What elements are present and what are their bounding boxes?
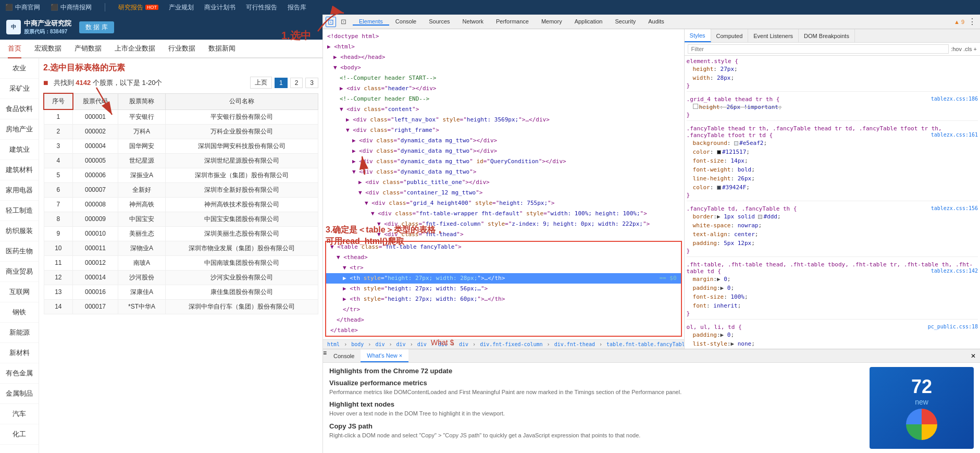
- cell-abbr[interactable]: *ST中华A: [118, 299, 165, 314]
- prop-liststyle[interactable]: list-style:▶ none;: [687, 339, 978, 348]
- cell-code[interactable]: 000009: [73, 212, 118, 226]
- more-menu-icon[interactable]: ⋮: [967, 17, 977, 27]
- selector-3[interactable]: .fancyTable thead tr th, .fancyTable the…: [687, 125, 942, 139]
- dom-line-dd1[interactable]: ▶ <div class="dynamic_data mg_ttwo"></di…: [323, 136, 684, 146]
- breadcrumb-fnt-fixed[interactable]: div.fnt-fixed-column: [480, 341, 542, 347]
- site-link-1[interactable]: ⬛ 中商官网: [5, 3, 40, 12]
- cell-abbr[interactable]: 世纪星源: [118, 153, 165, 168]
- cell-abbr[interactable]: 沙河股份: [118, 270, 165, 285]
- sidebar-item-8[interactable]: 纺织服装: [0, 221, 39, 241]
- sidebar-item-18[interactable]: 化工: [0, 424, 39, 445]
- prop-fontsize2[interactable]: font-size: 100%;: [687, 292, 978, 301]
- dom-line-tr-close[interactable]: </tr>: [326, 304, 681, 315]
- cell-code[interactable]: 000005: [73, 153, 118, 168]
- prop-height-2[interactable]: height: 26px !important;: [687, 103, 978, 112]
- tab-audits[interactable]: Audits: [642, 18, 671, 26]
- prop-bg[interactable]: background: #e5eaf2;: [687, 139, 978, 148]
- cursor-inspect-icon[interactable]: ⊡: [326, 17, 336, 27]
- cell-abbr[interactable]: 万科A: [118, 124, 165, 139]
- dom-line-doctype[interactable]: <!doctype html>: [323, 31, 684, 42]
- dom-line-head[interactable]: ▶ <head></head>: [323, 52, 684, 63]
- selector-4[interactable]: .fancyTable td, .fancyTable th {: [687, 205, 797, 212]
- prop-width[interactable]: width: 28px;: [687, 74, 978, 82]
- styles-tab-dom-breakpoints[interactable]: DOM Breakpoints: [799, 29, 855, 42]
- prop-color2[interactable]: color: #39424F;: [687, 183, 978, 192]
- cell-code[interactable]: 000008: [73, 197, 118, 212]
- dom-line-leftnav[interactable]: ▶ <div class="left_nav_box" style="heigh…: [323, 115, 684, 125]
- dom-line-th-selected[interactable]: ▶ <th style="height: 27px; width: 28px;"…: [326, 273, 681, 284]
- page-2-btn[interactable]: 2: [290, 78, 303, 88]
- prop-padding[interactable]: padding: 5px 12px;: [687, 239, 978, 248]
- nav-data-news[interactable]: 数据新闻: [208, 40, 235, 57]
- database-button[interactable]: 数 据 库: [79, 21, 114, 33]
- cell-abbr[interactable]: 国华网安: [118, 139, 165, 153]
- page-1-btn[interactable]: 1: [275, 78, 288, 88]
- tab-console[interactable]: Console: [389, 18, 423, 26]
- dom-line-rightframe[interactable]: ▼ <div class="right_frame">: [323, 125, 684, 136]
- prop-lineheight[interactable]: line-height: 26px;: [687, 174, 978, 183]
- page-3-btn[interactable]: 3: [305, 78, 318, 88]
- dom-line-fntwrapper[interactable]: ▼ <div class="fnt-table-wrapper fht-defa…: [323, 209, 684, 219]
- dom-line-comment2[interactable]: <!--Computer header END-->: [323, 94, 684, 104]
- responsive-icon[interactable]: ⊡: [338, 17, 349, 27]
- prop-whitespace[interactable]: white-space: nowrap;: [687, 221, 978, 230]
- selector-6[interactable]: ol, ul, li, td {: [687, 324, 742, 330]
- selector-5[interactable]: .fht-table, .fht-table thead, .fht-table…: [687, 261, 973, 275]
- breadcrumb-div4[interactable]: div: [438, 341, 448, 347]
- dom-line-thead[interactable]: ▼ <thead>: [326, 252, 681, 263]
- sidebar-item-10[interactable]: 商业贸易: [0, 262, 39, 282]
- sidebar-item-5[interactable]: 建筑材料: [0, 160, 39, 180]
- breadcrumb-div2[interactable]: div: [396, 341, 406, 347]
- prop-fontweight[interactable]: font-weight: bold;: [687, 165, 978, 174]
- nav-business[interactable]: 商业计划书: [204, 3, 235, 12]
- dom-line-table-close[interactable]: </table>: [326, 325, 681, 336]
- nav-feasibility[interactable]: 可行性报告: [246, 3, 277, 12]
- dom-line-thead-close[interactable]: </thead>: [326, 315, 681, 325]
- tab-application[interactable]: Application: [568, 18, 609, 26]
- tab-security[interactable]: Security: [609, 18, 642, 26]
- nav-macro[interactable]: 宏观数据: [34, 40, 61, 57]
- nav-research[interactable]: 研究报告 HOT: [118, 3, 158, 12]
- breadcrumb-div3[interactable]: div: [417, 341, 427, 347]
- cell-code[interactable]: 000001: [73, 109, 118, 124]
- sidebar-item-9[interactable]: 医药生物: [0, 241, 39, 262]
- source-6[interactable]: pc_public.css:18: [928, 324, 978, 329]
- source-3[interactable]: tablezx.css:161: [931, 132, 978, 138]
- tab-memory[interactable]: Memory: [535, 18, 568, 26]
- sidebar-item-3[interactable]: 房地产业: [0, 119, 39, 140]
- console-close-btn[interactable]: ✕: [966, 349, 980, 362]
- styles-tab-styles[interactable]: Styles: [685, 29, 711, 42]
- cell-code[interactable]: 000004: [73, 139, 118, 153]
- dom-line-fntthead[interactable]: ▼ <div class="fnt-thead">: [323, 229, 684, 240]
- tab-performance[interactable]: Performance: [490, 18, 535, 26]
- breadcrumb-div5[interactable]: div: [459, 341, 468, 347]
- cell-code[interactable]: 000012: [73, 255, 118, 270]
- dom-line-fntfixed[interactable]: ▼ <div class="fnt-fixed-column" style="z…: [323, 219, 684, 229]
- cell-code[interactable]: 000014: [73, 270, 118, 285]
- cell-code[interactable]: 000010: [73, 226, 118, 241]
- nav-listed[interactable]: 上市企业数据: [115, 40, 155, 57]
- console-tab-whatsnew[interactable]: What's New ×: [361, 349, 408, 362]
- dom-line-th3[interactable]: ▶ <th style="height: 27px; width: 60px;"…: [326, 294, 681, 304]
- cell-abbr[interactable]: 深物业A: [118, 241, 165, 255]
- sidebar-item-14[interactable]: 新材料: [0, 343, 39, 363]
- sidebar-item-2[interactable]: 食品饮料: [0, 99, 39, 119]
- cell-abbr[interactable]: 深振业A: [118, 168, 165, 182]
- dom-tree[interactable]: <!doctype html> ▶ <html> ▶ <head></head>…: [323, 29, 684, 339]
- sidebar-item-4[interactable]: 建筑业: [0, 140, 39, 160]
- breadcrumb-div1[interactable]: div: [375, 341, 384, 347]
- cell-code[interactable]: 000006: [73, 168, 118, 182]
- cell-abbr[interactable]: 中国宝安: [118, 212, 165, 226]
- selector-1[interactable]: element.style {: [687, 58, 738, 65]
- tab-elements[interactable]: Elements: [353, 18, 389, 26]
- sidebar-item-11[interactable]: 互联网: [0, 282, 39, 302]
- cell-code[interactable]: 000016: [73, 285, 118, 299]
- cell-code[interactable]: 000002: [73, 124, 118, 139]
- dom-line-dd3[interactable]: ▶ <div class="dynamic_data mg_ttwo" id="…: [323, 156, 684, 167]
- console-tab-console[interactable]: Console: [327, 349, 361, 362]
- dom-line-table[interactable]: ▼ <table class="fnt-table fancyTable">: [326, 242, 681, 252]
- cell-code[interactable]: 000017: [73, 299, 118, 314]
- sidebar-item-16[interactable]: 金属制品: [0, 384, 39, 404]
- prop-border[interactable]: border:▶ 1px solid #ddd;: [687, 212, 978, 221]
- prop-textalign[interactable]: text-align: center;: [687, 230, 978, 239]
